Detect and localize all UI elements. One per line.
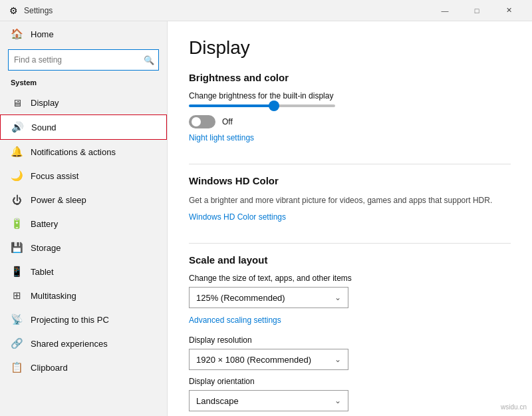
sidebar-section-label: System: [0, 76, 167, 91]
display-label: Display: [31, 98, 59, 108]
resolution-dropdown-arrow: ⌄: [334, 355, 341, 364]
sidebar-home[interactable]: 🏠 Home: [0, 21, 167, 47]
main-layout: 🏠 Home 🔍 System 🖥 Display 🔊 Sound 🔔 Noti…: [0, 21, 532, 416]
orientation-dropdown-arrow: ⌄: [334, 396, 341, 405]
tablet-label: Tablet: [31, 267, 54, 277]
home-label: Home: [31, 29, 54, 39]
night-light-row: Off: [189, 115, 511, 128]
page-title: Display: [189, 37, 511, 59]
notifications-icon: 🔔: [11, 146, 23, 158]
sidebar-item-power[interactable]: ⏻ Power & sleep: [0, 188, 167, 212]
advanced-scaling-link[interactable]: Advanced scaling settings: [189, 315, 281, 325]
section-divider-2: [189, 243, 511, 244]
scale-size-label: Change the size of text, apps, and other…: [189, 274, 511, 283]
tablet-icon: 📱: [11, 266, 23, 278]
resolution-dropdown[interactable]: 1920 × 1080 (Recommended) ⌄: [189, 349, 348, 370]
brightness-slider[interactable]: [189, 104, 335, 107]
focus-icon: 🌙: [11, 170, 23, 182]
display-icon: 🖥: [11, 97, 23, 108]
shared-label: Shared experiences: [31, 339, 108, 349]
shared-icon: 🔗: [11, 337, 23, 349]
titlebar-title: Settings: [24, 6, 430, 15]
sidebar: 🏠 Home 🔍 System 🖥 Display 🔊 Sound 🔔 Noti…: [0, 21, 168, 416]
titlebar: ⚙ Settings — □ ✕: [0, 0, 532, 21]
clipboard-label: Clipboard: [31, 363, 68, 373]
night-light-settings-link[interactable]: Night light settings: [189, 133, 254, 142]
multitasking-icon: ⊞: [11, 290, 23, 302]
hd-color-settings-link[interactable]: Windows HD Color settings: [189, 212, 286, 222]
resolution-dropdown-value: 1920 × 1080 (Recommended): [196, 355, 334, 365]
sidebar-item-display[interactable]: 🖥 Display: [0, 91, 167, 114]
sidebar-item-focus[interactable]: 🌙 Focus assist: [0, 164, 167, 188]
close-button[interactable]: ✕: [493, 0, 524, 21]
power-icon: ⏻: [11, 194, 23, 206]
settings-icon: ⚙: [8, 5, 19, 16]
sidebar-item-storage[interactable]: 💾 Storage: [0, 236, 167, 260]
sound-icon: 🔊: [11, 121, 23, 133]
search-input[interactable]: [9, 55, 140, 65]
projecting-label: Projecting to this PC: [31, 315, 109, 325]
brightness-label: Change brightness for the built-in displ…: [189, 91, 511, 101]
sidebar-item-tablet[interactable]: 📱 Tablet: [0, 260, 167, 284]
brightness-slider-container: [189, 104, 511, 107]
sidebar-item-battery[interactable]: 🔋 Battery: [0, 212, 167, 236]
scale-dropdown-value: 125% (Recommended): [196, 293, 334, 303]
brightness-section-title: Brightness and color: [189, 72, 511, 83]
scale-section-title: Scale and layout: [189, 254, 511, 266]
titlebar-controls: — □ ✕: [430, 0, 524, 21]
resolution-label: Display resolution: [189, 335, 511, 345]
orientation-dropdown-value: Landscape: [196, 396, 334, 406]
sidebar-item-projecting[interactable]: 📡 Projecting to this PC: [0, 308, 167, 331]
hd-color-description: Get a brighter and more vibrant picture …: [189, 194, 511, 206]
sidebar-item-multitasking[interactable]: ⊞ Multitasking: [0, 284, 167, 308]
storage-label: Storage: [31, 243, 61, 253]
search-box: 🔍: [8, 49, 159, 71]
search-icon[interactable]: 🔍: [140, 51, 158, 69]
content-area: Display Brightness and color Change brig…: [168, 21, 532, 416]
sidebar-item-notifications[interactable]: 🔔 Notifications & actions: [0, 140, 167, 164]
maximize-button[interactable]: □: [462, 0, 492, 21]
night-light-toggle[interactable]: [189, 115, 215, 128]
section-divider-1: [189, 164, 511, 164]
notifications-label: Notifications & actions: [31, 147, 116, 157]
orientation-label: Display orientation: [189, 377, 511, 386]
projecting-icon: 📡: [11, 313, 23, 325]
home-icon: 🏠: [11, 28, 23, 40]
brightness-thumb[interactable]: [269, 101, 279, 111]
scale-dropdown[interactable]: 125% (Recommended) ⌄: [189, 287, 348, 308]
battery-label: Battery: [31, 219, 58, 229]
toggle-thumb: [192, 117, 201, 126]
orientation-dropdown[interactable]: Landscape ⌄: [189, 390, 348, 411]
sidebar-item-clipboard[interactable]: 📋 Clipboard: [0, 355, 167, 379]
scale-dropdown-arrow: ⌄: [334, 293, 341, 302]
night-light-status: Off: [222, 117, 233, 126]
sidebar-item-sound[interactable]: 🔊 Sound: [0, 114, 167, 140]
minimize-button[interactable]: —: [430, 0, 460, 21]
sidebar-item-shared[interactable]: 🔗 Shared experiences: [0, 331, 167, 355]
clipboard-icon: 📋: [11, 361, 23, 373]
sound-label: Sound: [31, 122, 57, 132]
multitasking-label: Multitasking: [31, 291, 76, 301]
focus-label: Focus assist: [31, 171, 78, 181]
watermark: wsidu.cn: [501, 403, 527, 411]
hd-color-section-title: Windows HD Color: [189, 175, 511, 186]
power-label: Power & sleep: [31, 195, 86, 205]
battery-icon: 🔋: [11, 218, 23, 230]
storage-icon: 💾: [11, 242, 23, 254]
